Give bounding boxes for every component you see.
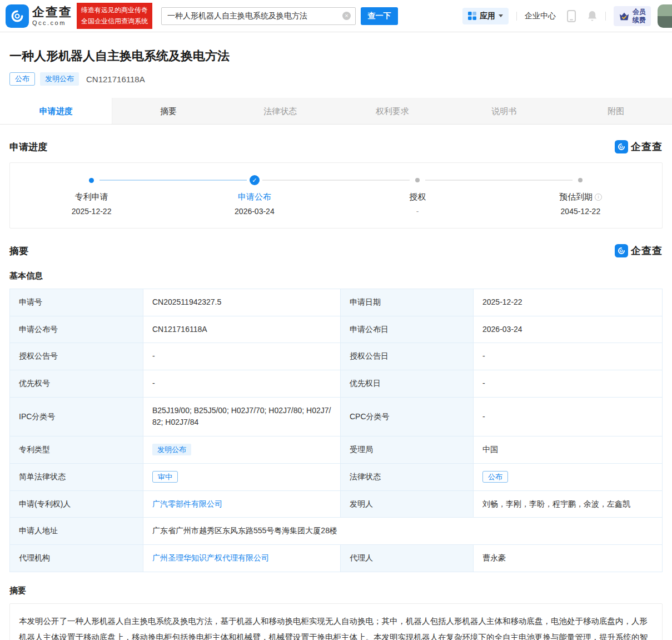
table-row: 优先权号 - 优先权日 - — [10, 370, 663, 398]
field-value: CN121716118A — [143, 316, 341, 343]
field-value: 2026-03-24 — [474, 316, 663, 343]
tab-application-progress[interactable]: 申请进度 — [0, 98, 112, 124]
table-row: IPC分类号 B25J19/00; B25J5/00; H02J7/70; H0… — [10, 397, 663, 436]
field-label: 申请号 — [10, 289, 143, 316]
field-value: CN202511942327.5 — [143, 289, 341, 316]
info-icon[interactable]: i — [595, 194, 602, 201]
field-value: 刘畅，李刚，李盼，程宇鹏，余波，左鑫凯 — [474, 490, 663, 518]
field-value: 曹永豪 — [474, 544, 663, 572]
abstract-title: 摘要 — [9, 586, 663, 596]
field-label: CPC分类号 — [341, 397, 474, 436]
progress-section-title: 申请进度 — [9, 141, 47, 153]
table-row: 简单法律状态 审中 法律状态 公布 — [10, 463, 663, 490]
apps-menu-label: 应用 — [480, 11, 495, 21]
field-value: 审中 — [143, 463, 341, 490]
summary-section: 摘要 企查查 基本信息 申请号 CN202511942327.5 申请日期 20… — [9, 244, 663, 640]
field-value: 2025-12-22 — [474, 289, 663, 316]
field-value: - — [143, 343, 341, 370]
basic-info-table: 申请号 CN202511942327.5 申请日期 2025-12-22 申请公… — [9, 289, 663, 572]
abstract-box: 本发明公开了一种人形机器人自主换电系统及换电方法，基于机器人和移动换电柜实现无人… — [9, 603, 663, 640]
tab-bar: 申请进度 摘要 法律状态 权利要求 说明书 附图 — [0, 98, 672, 125]
field-value: - — [474, 370, 663, 398]
field-label: 简单法律状态 — [10, 463, 143, 490]
qcc-watermark-logo: 企查查 — [615, 244, 663, 257]
field-label: 法律状态 — [341, 463, 474, 490]
table-row: 专利类型 发明公布 受理局 中国 — [10, 436, 663, 464]
application-progress-section: 申请进度 企查查 专利申请 2025-12-22 — [9, 140, 663, 229]
progress-timeline: 专利申请 2025-12-22 ✓ 申请公布 2026-03-24 授权 - — [9, 162, 663, 229]
qcc-logo-icon — [615, 140, 628, 153]
timeline-connector — [262, 180, 410, 181]
agency-link[interactable]: 广州圣理华知识产权代理有限公司 — [152, 553, 269, 562]
slogan-line-1: 缔造有远见的商业传奇 — [81, 5, 148, 16]
field-label: 优先权号 — [10, 370, 143, 398]
apps-menu-button[interactable]: 应用 — [462, 8, 509, 24]
field-value: B25J19/00; B25J5/00; H02J7/70; H02J7/80;… — [143, 397, 341, 436]
tab-drawings[interactable]: 附图 — [560, 98, 672, 124]
field-label: IPC分类号 — [10, 397, 143, 436]
qcc-logo-icon — [615, 244, 628, 257]
field-value: - — [474, 343, 663, 370]
summary-section-title: 摘要 — [9, 245, 28, 257]
field-label: 申请日期 — [341, 289, 474, 316]
legal-status-badge: 公布 — [482, 471, 508, 483]
type-badge: 发明公布 — [40, 72, 79, 86]
search-input[interactable] — [161, 7, 356, 25]
apps-grid-icon — [468, 12, 476, 20]
timeline-connector-active — [99, 180, 247, 181]
field-label: 申请公布日 — [341, 316, 474, 343]
field-value: 广东省广州市越秀区东风东路555号粤海集团大厦28楼 — [143, 518, 663, 545]
field-label: 代理机构 — [10, 544, 143, 572]
slogan-line-2: 全国企业信用查询系统 — [81, 16, 148, 27]
status-badge: 公布 — [9, 72, 35, 86]
timeline-step-grant: 授权 - — [336, 175, 499, 216]
field-value: 中国 — [474, 436, 663, 464]
vip-label-line2: 续费 — [633, 16, 646, 24]
field-label: 专利类型 — [10, 436, 143, 464]
field-value: 广州圣理华知识产权代理有限公司 — [143, 544, 341, 572]
mobile-app-icon[interactable] — [567, 10, 576, 22]
qcc-watermark-logo: 企查查 — [615, 140, 663, 153]
abstract-text: 本发明公开了一种人形机器人自主换电系统及换电方法，基于机器人和移动换电柜实现无人… — [19, 613, 653, 640]
tab-claims[interactable]: 权利要求 — [336, 98, 448, 124]
field-value: 公布 — [474, 463, 663, 490]
divider — [516, 12, 517, 21]
slogan-banner: 缔造有远见的商业传奇 全国企业信用查询系统 — [77, 3, 152, 28]
page-title: 一种人形机器人自主换电系统及换电方法 — [9, 48, 663, 65]
field-label: 优先权日 — [341, 370, 474, 398]
field-value: 广汽零部件有限公司 — [143, 490, 341, 518]
qcc-logo[interactable]: 企查查 Qcc.com — [6, 4, 72, 28]
check-circle-icon: ✓ — [250, 175, 260, 185]
qcc-logo-icon — [6, 4, 29, 28]
enterprise-center-link[interactable]: 企业中心 — [525, 11, 556, 21]
tab-summary[interactable]: 摘要 — [112, 98, 224, 124]
avatar[interactable] — [658, 4, 672, 28]
divider — [605, 12, 606, 21]
field-label: 受理局 — [341, 436, 474, 464]
vip-renew-button[interactable]: 会员 续费 — [614, 6, 651, 26]
field-value: - — [143, 370, 341, 398]
timeline-dot-blue — [89, 178, 94, 183]
topbar: 企查查 Qcc.com 缔造有远见的商业传奇 全国企业信用查询系统 × 查一下 … — [0, 0, 672, 32]
table-row: 申请(专利权)人 广汽零部件有限公司 发明人 刘畅，李刚，李盼，程宇鹏，余波，左… — [10, 490, 663, 518]
tab-description[interactable]: 说明书 — [448, 98, 560, 124]
tab-legal-status[interactable]: 法律状态 — [225, 98, 336, 124]
field-label: 申请(专利权)人 — [10, 490, 143, 518]
table-row: 申请人地址 广东省广州市越秀区东风东路555号粤海集团大厦28楼 — [10, 518, 663, 545]
clear-search-icon[interactable]: × — [342, 12, 351, 20]
brand-name: 企查查 — [32, 5, 72, 19]
field-value: - — [474, 397, 663, 436]
timeline-step-filing: 专利申请 2025-12-22 — [10, 175, 173, 216]
patent-type-badge: 发明公布 — [152, 444, 191, 455]
caret-down-icon — [499, 14, 503, 17]
applicant-link[interactable]: 广汽零部件有限公司 — [152, 499, 222, 508]
search-button[interactable]: 查一下 — [361, 7, 398, 25]
field-label: 发明人 — [341, 490, 474, 518]
field-value: 发明公布 — [143, 436, 341, 464]
bell-icon[interactable] — [587, 10, 598, 22]
timeline-dot-gray — [578, 178, 583, 182]
timeline-step-publication: ✓ 申请公布 2026-03-24 — [173, 175, 336, 216]
field-label: 申请公布号 — [10, 316, 143, 343]
simple-legal-status-badge: 审中 — [152, 471, 178, 483]
field-label: 代理人 — [341, 544, 474, 572]
